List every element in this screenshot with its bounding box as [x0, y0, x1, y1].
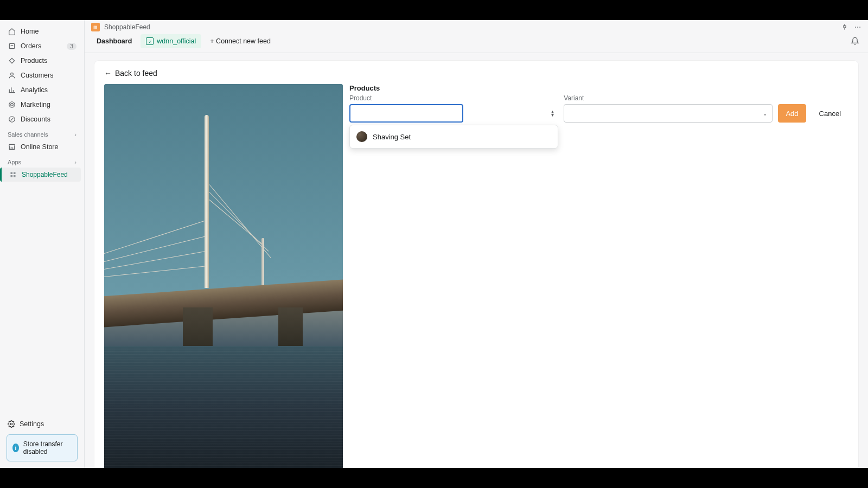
- nav-marketing[interactable]: Marketing: [3, 98, 81, 112]
- marketing-icon: [8, 100, 16, 109]
- dropdown-item-label: Shaving Set: [373, 133, 411, 141]
- customers-icon: [8, 71, 16, 80]
- svg-point-3: [11, 104, 14, 106]
- product-thumb: [356, 131, 367, 142]
- tab-feed[interactable]: ♪ wdnn_official: [141, 34, 201, 48]
- nav-label: ShoppableFeed: [22, 171, 68, 178]
- back-label: Back to feed: [115, 69, 157, 78]
- cancel-button[interactable]: Cancel: [812, 104, 848, 123]
- back-to-feed-link[interactable]: ← Back to feed: [104, 69, 157, 78]
- tab-connect-new-feed[interactable]: + Connect new feed: [205, 34, 276, 48]
- tab-label: wdnn_official: [157, 37, 196, 45]
- content-card: ← Back to feed: [94, 61, 858, 468]
- main: ▦ ShoppableFeed Dashboard ♪ wdnn_officia…: [85, 20, 868, 468]
- bridge-spire: [205, 115, 209, 288]
- nav-products[interactable]: Products: [3, 54, 81, 68]
- nav-label: Analytics: [21, 86, 48, 94]
- svg-point-9: [10, 423, 12, 425]
- svg-point-10: [855, 27, 856, 28]
- store-transfer-label: Store transfer disabled: [23, 440, 72, 455]
- dropdown-item[interactable]: Shaving Set: [352, 127, 556, 146]
- nav-app-shoppablefeed[interactable]: ShoppableFeed: [0, 168, 81, 182]
- nav-settings[interactable]: Settings: [3, 417, 81, 431]
- products-icon: [8, 56, 16, 65]
- variant-select[interactable]: [564, 104, 773, 123]
- nav-online-store[interactable]: Online Store: [3, 140, 81, 154]
- nav-home[interactable]: Home: [3, 24, 81, 38]
- combo-caret-icon: ▴▾: [551, 110, 554, 117]
- product-label: Product: [349, 94, 558, 102]
- product-dropdown: Shaving Set: [349, 125, 558, 149]
- form-row: Product ▴▾ Shaving Se: [349, 94, 848, 123]
- nav-customers[interactable]: Customers: [3, 68, 81, 82]
- app-title: ShoppableFeed: [104, 23, 150, 31]
- app-icon: [9, 170, 17, 179]
- apps-header[interactable]: Apps ›: [3, 155, 81, 168]
- app-window: Home Orders 3 Products Customers: [0, 20, 868, 468]
- app-logo-icon: ▦: [91, 23, 100, 31]
- sidebar: Home Orders 3 Products Customers: [0, 20, 85, 468]
- analytics-icon: [8, 86, 16, 94]
- gear-icon: [8, 420, 15, 428]
- info-icon: i: [12, 444, 19, 452]
- store-transfer-notice[interactable]: i Store transfer disabled: [7, 434, 78, 461]
- pin-icon[interactable]: [841, 23, 848, 31]
- product-combo-wrap: ▴▾ Shaving Set: [349, 104, 558, 123]
- svg-rect-7: [11, 175, 13, 177]
- tab-label: Dashboard: [97, 37, 132, 45]
- form-panel: Products Product ▴▾: [349, 84, 848, 468]
- store-icon: [8, 143, 16, 151]
- nav-label: Customers: [21, 72, 53, 79]
- nav-main: Home Orders 3 Products Customers: [0, 20, 84, 182]
- variant-field: Variant ⌄: [564, 94, 773, 123]
- tab-label: + Connect new feed: [210, 37, 271, 45]
- orders-icon: [8, 42, 16, 50]
- section-label: Sales channels: [8, 131, 48, 138]
- orders-badge: 3: [67, 43, 76, 50]
- chevron-right-icon: ›: [74, 131, 76, 138]
- topbar-actions: [841, 23, 861, 31]
- svg-point-11: [857, 27, 858, 28]
- svg-rect-0: [9, 43, 14, 48]
- svg-point-1: [11, 73, 14, 75]
- settings-label: Settings: [20, 420, 44, 428]
- svg-rect-8: [14, 175, 16, 177]
- arrow-left-icon: ←: [104, 69, 112, 78]
- variant-label: Variant: [564, 94, 773, 102]
- nav-orders[interactable]: Orders 3: [3, 39, 81, 53]
- product-input[interactable]: [349, 104, 463, 123]
- more-icon[interactable]: [854, 23, 861, 31]
- nav-label: Online Store: [21, 143, 58, 151]
- topbar: ▦ ShoppableFeed: [85, 20, 868, 34]
- content-area: ← Back to feed: [85, 53, 868, 468]
- tab-dashboard[interactable]: Dashboard: [91, 34, 137, 48]
- product-field: Product ▴▾ Shaving Se: [349, 94, 558, 123]
- nav-label: Home: [21, 28, 39, 35]
- nav-discounts[interactable]: Discounts: [3, 112, 81, 126]
- nav-label: Orders: [21, 42, 41, 50]
- svg-rect-5: [11, 172, 13, 175]
- add-button[interactable]: Add: [778, 104, 806, 123]
- sidebar-bottom: Settings i Store transfer disabled: [0, 414, 84, 468]
- editor: Products Product ▴▾: [104, 84, 848, 468]
- sky-layer: [104, 84, 343, 296]
- nav-label: Products: [21, 57, 47, 65]
- notifications-button[interactable]: [848, 35, 861, 48]
- svg-rect-6: [14, 172, 16, 175]
- bell-icon: [851, 37, 859, 46]
- svg-point-12: [859, 27, 860, 28]
- section-label: Apps: [8, 159, 21, 165]
- sales-channels-header[interactable]: Sales channels ›: [3, 127, 81, 140]
- water-layer: [104, 346, 343, 468]
- discounts-icon: [8, 115, 16, 124]
- nav-analytics[interactable]: Analytics: [3, 83, 81, 97]
- nav-label: Marketing: [21, 101, 50, 108]
- tiktok-icon: ♪: [146, 37, 154, 45]
- variant-select-wrap: ⌄: [564, 104, 773, 123]
- tabbar: Dashboard ♪ wdnn_official + Connect new …: [85, 34, 868, 53]
- chevron-right-icon: ›: [74, 159, 76, 165]
- svg-point-2: [9, 102, 15, 108]
- nav-label: Discounts: [21, 115, 50, 123]
- products-heading: Products: [349, 84, 848, 92]
- home-icon: [8, 27, 16, 36]
